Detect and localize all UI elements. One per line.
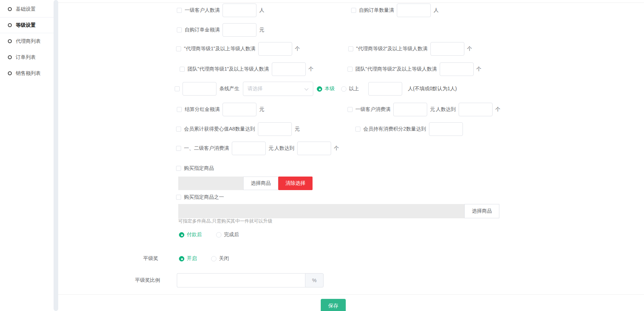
selected-products-display bbox=[178, 204, 464, 218]
hint-text: 可指定多件商品,只需购买其中一件就可以升级 bbox=[178, 218, 273, 224]
field-label: 结算分红金额满 bbox=[185, 106, 220, 113]
field-label: 团队"代理商等级1"及以上等级人数满 bbox=[188, 66, 269, 72]
radio-label: 以上 bbox=[349, 86, 359, 92]
sidebar-item-label: 等级设置 bbox=[16, 22, 36, 29]
checkbox[interactable] bbox=[355, 127, 360, 132]
checkbox[interactable] bbox=[351, 8, 356, 13]
team-agent-level2-count-input[interactable] bbox=[440, 62, 474, 76]
level-select[interactable]: 请选择 bbox=[243, 82, 313, 96]
radio-label: 关闭 bbox=[219, 255, 229, 262]
field-label: 会员持有消费积分2数量达到 bbox=[363, 126, 426, 132]
radio-option-after-payment[interactable]: 付款后 bbox=[179, 231, 202, 238]
checkbox[interactable] bbox=[180, 67, 185, 72]
field-label: 一、二级客户消费满 bbox=[184, 145, 229, 152]
consume-points2-input[interactable] bbox=[429, 122, 463, 136]
peer-award-ratio-label: 平级奖比例 bbox=[117, 277, 160, 284]
radio-option-after-complete[interactable]: 完成后 bbox=[216, 231, 239, 238]
love-value-a8-input[interactable] bbox=[258, 122, 292, 136]
unit-label: 元 bbox=[259, 27, 264, 33]
checkbox[interactable] bbox=[176, 46, 181, 51]
unit-label: 个 bbox=[295, 46, 300, 52]
sidebar-item-order-list[interactable]: 订单列表 bbox=[0, 49, 54, 65]
self-order-count-input[interactable] bbox=[397, 4, 431, 17]
condition-row-consume-points2: 会员持有消费积分2数量达到 bbox=[355, 122, 466, 136]
settings-sidebar: 基础设置 等级设置 代理商列表 订单列表 销售额列表 bbox=[0, 0, 54, 311]
radio-option-peer-award-on[interactable]: 开启 bbox=[179, 255, 197, 262]
unit-label: 个 bbox=[495, 106, 500, 113]
unit-label: 个 bbox=[467, 46, 472, 52]
condition-row-level1-customer-count: 一级客户人数满 人 bbox=[177, 3, 264, 17]
checkbox[interactable] bbox=[348, 46, 353, 51]
sidebar-item-sales-list[interactable]: 销售额列表 bbox=[0, 65, 54, 81]
level1-customer-consume-people-input[interactable] bbox=[459, 103, 493, 116]
radio-icon bbox=[211, 256, 216, 261]
field-label: 自购订单金额满 bbox=[185, 27, 220, 33]
level12-customer-consume-input[interactable] bbox=[232, 142, 266, 155]
radio-option-above-level[interactable]: 以上 bbox=[341, 86, 359, 92]
field-note: 人(不填或0默认为1人) bbox=[408, 86, 457, 92]
unit-label: 元 bbox=[259, 106, 264, 113]
level1-customer-consume-input[interactable] bbox=[393, 103, 427, 116]
sidebar-item-level-settings[interactable]: 等级设置 bbox=[0, 17, 54, 33]
selected-product-display bbox=[178, 177, 243, 190]
peer-award-ratio-input[interactable] bbox=[177, 273, 305, 287]
unit-label: 人 bbox=[259, 7, 264, 14]
unit-label: 元 bbox=[430, 106, 435, 113]
checkbox[interactable] bbox=[176, 166, 181, 171]
agent-level2-count-input[interactable] bbox=[430, 42, 464, 56]
buy-product-picker: 选择商品 清除选择 bbox=[178, 177, 313, 190]
select-product-one-button[interactable]: 选择商品 bbox=[464, 204, 499, 218]
select-product-button[interactable]: 选择商品 bbox=[243, 177, 278, 190]
checkbox[interactable] bbox=[348, 107, 353, 112]
line-people-count-input[interactable] bbox=[368, 82, 402, 96]
checkbox[interactable] bbox=[176, 146, 181, 151]
agent-level1-count-input[interactable] bbox=[258, 42, 292, 56]
radio-icon bbox=[317, 86, 322, 92]
condition-row-buy-product-one: 购买指定商品之一 bbox=[176, 191, 224, 203]
sidebar-item-basic-settings[interactable]: 基础设置 bbox=[0, 1, 54, 17]
chevron-down-icon bbox=[304, 86, 308, 90]
radio-option-same-level[interactable]: 本级 bbox=[317, 86, 335, 92]
condition-row-agent-level2-count: "代理商等级2"及以上等级人数满 个 bbox=[348, 42, 472, 56]
sidebar-item-agent-list[interactable]: 代理商列表 bbox=[0, 33, 54, 49]
field-label: 条线产生 bbox=[219, 86, 239, 92]
field-label: "代理商等级1"及以上等级人数满 bbox=[184, 46, 255, 52]
field-label: 购买指定商品之一 bbox=[184, 194, 224, 200]
radio-label: 完成后 bbox=[224, 231, 239, 238]
circle-icon bbox=[8, 7, 12, 11]
level12-customer-people-input[interactable] bbox=[297, 142, 331, 155]
condition-row-team-agent-level2-count: 团队"代理商等级2"及以上等级人数满 个 bbox=[348, 62, 481, 76]
team-agent-level1-count-input[interactable] bbox=[272, 62, 306, 76]
level1-customer-count-input[interactable] bbox=[223, 4, 256, 17]
checkbox[interactable] bbox=[176, 127, 181, 132]
self-order-amount-input[interactable] bbox=[223, 23, 256, 37]
unit-label: 个 bbox=[476, 66, 481, 72]
settle-dividend-amount-input[interactable] bbox=[223, 103, 256, 116]
checkbox[interactable] bbox=[177, 107, 182, 112]
condition-row-settle-dividend-amount: 结算分红金额满 元 bbox=[177, 102, 264, 117]
unit-label: 个 bbox=[334, 145, 339, 152]
radio-option-peer-award-off[interactable]: 关闭 bbox=[211, 255, 229, 262]
condition-row-level12-customer-consume: 一、二级客户消费满 元 人数达到 个 bbox=[176, 141, 339, 156]
condition-row-team-agent-level1-count: 团队"代理商等级1"及以上等级人数满 个 bbox=[180, 62, 314, 76]
checkbox[interactable] bbox=[176, 195, 181, 200]
radio-label: 本级 bbox=[325, 86, 335, 92]
checkbox[interactable] bbox=[177, 27, 182, 32]
checkbox[interactable] bbox=[175, 86, 180, 91]
sidebar-scrollbar[interactable] bbox=[54, 0, 58, 311]
peer-award-label: 平级奖 bbox=[123, 255, 158, 262]
checkbox[interactable] bbox=[177, 8, 182, 13]
clear-selection-button[interactable]: 清除选择 bbox=[278, 177, 313, 190]
condition-row-love-value-a8: 会员累计获得爱心值A8数量达到 元 bbox=[176, 122, 300, 136]
unit-label: 人 bbox=[434, 7, 439, 14]
field-label: 团队"代理商等级2"及以上等级人数满 bbox=[355, 66, 437, 72]
condition-row-line-produce: 条线产生 请选择 本级 以上 人(不填或0默认为1人) bbox=[175, 82, 457, 96]
checkbox[interactable] bbox=[348, 67, 353, 72]
radio-icon bbox=[179, 232, 184, 238]
buy-product-one-hint-row: 可指定多件商品,只需购买其中一件就可以升级 bbox=[178, 217, 273, 225]
sidebar-item-label: 销售额列表 bbox=[16, 70, 41, 77]
radio-icon bbox=[179, 256, 184, 261]
line-count-input[interactable] bbox=[183, 82, 216, 96]
save-button[interactable]: 保存 bbox=[321, 299, 346, 311]
radio-icon bbox=[216, 232, 221, 238]
